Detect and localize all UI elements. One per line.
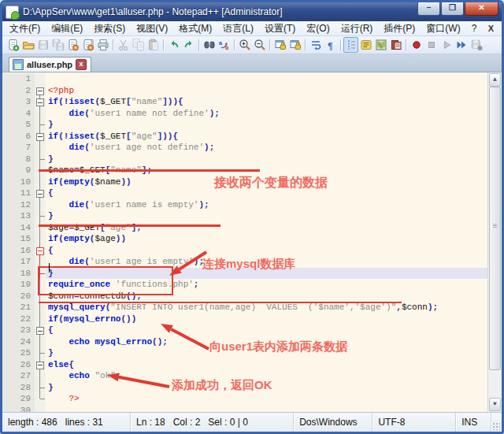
doc-switcher-icon[interactable] xyxy=(388,37,403,53)
fold-collapse-icon[interactable] xyxy=(35,131,46,143)
code-line[interactable]: 24 echo mysql_errno(); xyxy=(2,336,488,348)
code-line[interactable]: 13} xyxy=(2,210,488,222)
code-line[interactable]: 11{ xyxy=(2,187,488,199)
menu-item[interactable]: 窗口(W) xyxy=(421,21,465,36)
code-line[interactable]: 8} xyxy=(2,154,488,165)
open-folder-icon[interactable] xyxy=(20,37,35,53)
cut-icon[interactable] xyxy=(116,37,131,53)
code-line[interactable]: 18} xyxy=(2,268,488,280)
redo-icon[interactable] xyxy=(181,37,196,53)
menu-item[interactable]: 宏(O) xyxy=(301,21,335,36)
fold-collapse-icon[interactable] xyxy=(35,325,46,336)
close-file-icon[interactable] xyxy=(65,37,80,53)
paste-icon[interactable] xyxy=(146,37,161,53)
scroll-up-icon[interactable]: ▲ xyxy=(489,73,501,87)
find-icon[interactable] xyxy=(202,37,217,53)
fold-collapse-icon[interactable] xyxy=(35,85,46,97)
code-line[interactable]: 20$conn=connectdb(); xyxy=(2,291,488,302)
save-all-icon[interactable] xyxy=(50,37,65,53)
copy-icon[interactable] xyxy=(131,37,146,53)
print-icon[interactable] xyxy=(95,37,110,53)
replace-icon[interactable]: ab xyxy=(217,37,232,53)
code-line[interactable]: 23{ xyxy=(2,325,488,336)
document-map-icon[interactable] xyxy=(373,37,388,53)
sync-scroll-v-icon[interactable] xyxy=(272,37,287,53)
line-number: 19 xyxy=(2,279,35,291)
code-line[interactable]: 10if(empty($name)) xyxy=(2,176,488,188)
word-wrap-icon[interactable] xyxy=(308,37,323,53)
menu-item[interactable]: 视图(V) xyxy=(131,21,173,36)
code-line[interactable]: 5} xyxy=(2,119,488,131)
code-line[interactable]: 22if(mysql_errno()) xyxy=(2,313,488,325)
title-bar[interactable]: D:\AppServ\www\get1\alluser.php - Notepa… xyxy=(2,2,502,21)
code-text: <?php xyxy=(46,85,488,97)
restore-button[interactable]: ❐ xyxy=(441,2,464,16)
code-line[interactable]: 17 die('user1 age is empty'); xyxy=(2,256,488,268)
fold-collapse-icon[interactable] xyxy=(35,245,46,257)
menu-item[interactable]: 语言(L) xyxy=(217,21,259,36)
code-text: { xyxy=(46,325,488,336)
code-line[interactable]: 21mysql_query("INSERT INTO user1(name,ag… xyxy=(2,302,488,313)
menu-item[interactable]: ? xyxy=(466,22,483,35)
scrollbar-thumb[interactable] xyxy=(489,87,501,370)
macro-play-icon[interactable] xyxy=(439,37,454,53)
menu-item[interactable]: 格式(M) xyxy=(173,21,217,36)
macro-run-icon[interactable] xyxy=(454,37,469,53)
line-number: 16 xyxy=(2,245,35,257)
menu-item[interactable]: 运行(R) xyxy=(335,21,379,36)
macro-stop-icon[interactable] xyxy=(424,37,439,53)
code-editor[interactable]: 12<?php3if(!isset($_GET["name"])){4 die(… xyxy=(2,72,502,412)
code-line[interactable]: 25} xyxy=(2,347,488,359)
undo-icon[interactable] xyxy=(166,37,181,53)
menu-item[interactable]: 文件(F) xyxy=(4,21,46,36)
close-all-icon[interactable] xyxy=(80,37,95,53)
code-line[interactable]: 27 echo "ok"; xyxy=(2,370,488,382)
tab-close-icon[interactable]: x xyxy=(76,59,87,70)
close-button[interactable]: ✕ xyxy=(465,2,498,16)
code-line[interactable]: 16{ xyxy=(2,245,488,257)
code-line[interactable]: 2<?php xyxy=(2,85,488,97)
code-line[interactable]: 1 xyxy=(2,73,488,85)
code-line[interactable]: 9$name=$_GET["name"]; xyxy=(2,165,488,176)
menu-item[interactable]: 插件(P) xyxy=(378,21,421,36)
code-line[interactable]: 26else{ xyxy=(2,359,488,371)
code-line[interactable]: 4 die('user1 name not define'); xyxy=(2,108,488,120)
fold-collapse-icon[interactable] xyxy=(35,359,46,371)
code-line[interactable]: 30 xyxy=(2,405,488,413)
scroll-down-icon[interactable]: ▼ xyxy=(489,398,501,411)
code-line[interactable]: 29 ?> xyxy=(2,393,488,405)
line-number: 11 xyxy=(2,187,35,199)
code-line[interactable]: 14$age=$_GET["age"]; xyxy=(2,222,488,234)
macro-save-icon[interactable] xyxy=(469,37,484,53)
menubar-close-icon[interactable]: X xyxy=(488,24,494,33)
menu-bar: 文件(F)编辑(E)搜索(S)视图(V)格式(M)语言(L)设置(T)宏(O)运… xyxy=(2,21,502,36)
menu-item[interactable]: 搜索(S) xyxy=(88,21,131,36)
resize-grip[interactable] xyxy=(491,413,502,432)
code-line[interactable]: 15if(empty($age)) xyxy=(2,233,488,245)
code-line[interactable]: 19require_once 'functions.php'; xyxy=(2,279,488,291)
menu-item[interactable]: 编辑(E) xyxy=(46,21,88,36)
function-list-icon[interactable] xyxy=(358,37,373,53)
zoom-out-icon[interactable] xyxy=(252,37,267,53)
show-all-chars-icon[interactable]: ¶ xyxy=(323,37,338,53)
menu-item[interactable]: 设置(T) xyxy=(259,21,301,36)
fold-margin xyxy=(35,154,46,165)
macro-record-icon[interactable] xyxy=(409,37,424,53)
fold-margin xyxy=(35,347,46,359)
new-file-icon[interactable] xyxy=(6,37,20,53)
save-icon[interactable] xyxy=(35,37,50,53)
zoom-in-icon[interactable] xyxy=(237,37,252,53)
indent-guide-icon[interactable] xyxy=(343,37,358,53)
code-line[interactable]: 6if(!isset($_GET["age"])){ xyxy=(2,131,488,143)
code-line[interactable]: 3if(!isset($_GET["name"])){ xyxy=(2,96,488,108)
code-line[interactable]: 12 die('user1 name is empty'); xyxy=(2,199,488,211)
code-line[interactable]: 7 die('user1 age not define'); xyxy=(2,142,488,154)
tab-alluser-php[interactable]: alluser.php x xyxy=(9,57,91,72)
code-text: echo "ok"; xyxy=(46,370,488,382)
fold-collapse-icon[interactable] xyxy=(35,96,46,108)
fold-collapse-icon[interactable] xyxy=(35,187,46,199)
sync-scroll-h-icon[interactable] xyxy=(287,37,302,53)
vertical-scrollbar[interactable]: ▲ ▼ xyxy=(487,72,502,412)
minimize-button[interactable]: – xyxy=(417,2,440,16)
code-line[interactable]: 28} xyxy=(2,382,488,394)
